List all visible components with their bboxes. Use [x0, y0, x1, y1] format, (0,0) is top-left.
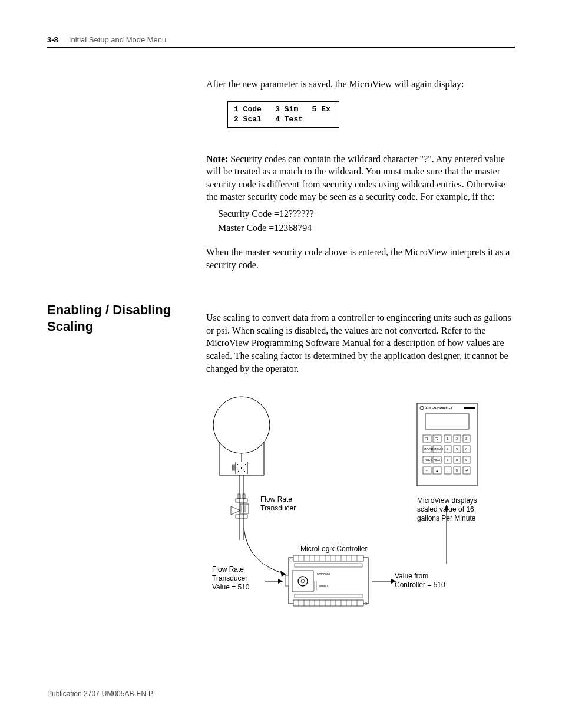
- svg-point-0: [213, 397, 270, 453]
- svg-text:←: ←: [425, 469, 429, 472]
- svg-rect-57: [285, 575, 289, 586]
- svg-text:NEXT: NEXT: [434, 458, 442, 462]
- label-micrologix: MicroLogix Controller: [300, 545, 367, 554]
- svg-marker-18: [280, 571, 286, 577]
- svg-text:F1: F1: [425, 437, 428, 440]
- page-header: 3-8 Initial Setup and Mode Menu: [47, 35, 515, 48]
- paragraph-followup: When the master security code above is e…: [206, 246, 515, 271]
- svg-text:4: 4: [447, 447, 448, 451]
- label-flow-transducer: Flow RateTransducer: [260, 495, 296, 513]
- display-menu-box: 1 Code 3 Sim 5 Ex2 Scal 4 Test: [227, 101, 339, 128]
- section-title: Initial Setup and Mode Menu: [69, 35, 167, 44]
- svg-rect-67: [425, 414, 469, 429]
- note-label: Note:: [206, 154, 228, 164]
- svg-text:9: 9: [465, 458, 467, 462]
- svg-marker-5: [236, 462, 247, 474]
- svg-rect-9: [236, 499, 247, 502]
- scaling-diagram: 00000000 000000: [206, 393, 507, 640]
- master-code-line: Master Code =12368794: [218, 221, 515, 235]
- security-code-line: Security Code =12??????: [218, 207, 515, 221]
- svg-text:1: 1: [447, 437, 448, 440]
- svg-text:2: 2: [456, 437, 458, 440]
- svg-text:F2: F2: [435, 437, 438, 440]
- svg-rect-19: [289, 558, 368, 604]
- section-heading: Enabling / Disabling Scaling: [47, 302, 183, 334]
- svg-text:000000: 000000: [319, 584, 329, 588]
- svg-text:5: 5: [456, 447, 458, 451]
- svg-marker-12: [231, 506, 240, 515]
- note-body: Security codes can contain the wildcard …: [206, 154, 505, 202]
- svg-point-51: [298, 577, 308, 586]
- svg-text:↵: ↵: [465, 469, 468, 472]
- svg-text:0: 0: [456, 469, 458, 472]
- svg-text:6: 6: [465, 447, 467, 451]
- label-value-from: Value fromController = 510: [395, 572, 445, 589]
- svg-rect-100: [444, 467, 451, 474]
- label-flow-value: Flow RateTransducerValue = 510: [212, 565, 250, 592]
- svg-rect-48: [295, 564, 362, 567]
- svg-rect-49: [295, 594, 362, 598]
- page-number: 3-8: [47, 35, 58, 44]
- svg-text:3: 3: [465, 437, 467, 440]
- label-mv-displays: MicroView displaysscaled value of 16gall…: [417, 496, 477, 523]
- brand-text: ALLEN-BRADLEY: [425, 406, 453, 410]
- svg-text:MODE: MODE: [424, 447, 434, 451]
- svg-text:PREV: PREV: [424, 458, 432, 462]
- svg-marker-59: [278, 579, 283, 584]
- svg-rect-6: [232, 465, 236, 470]
- svg-text:00000000: 00000000: [317, 572, 330, 576]
- svg-point-52: [301, 579, 305, 583]
- paragraph-intro: After the new parameter is saved, the Mi…: [206, 78, 515, 91]
- svg-text:MENU: MENU: [434, 447, 443, 451]
- svg-text:8: 8: [456, 458, 458, 462]
- note-paragraph: Note: Security codes can contain the wil…: [206, 153, 515, 203]
- svg-rect-17: [236, 515, 247, 518]
- svg-text:7: 7: [447, 458, 448, 462]
- paragraph-scaling: Use scaling to convert data from a contr…: [206, 311, 515, 375]
- svg-rect-50: [292, 571, 313, 592]
- svg-text:▲: ▲: [435, 469, 438, 472]
- svg-point-33: [290, 559, 292, 561]
